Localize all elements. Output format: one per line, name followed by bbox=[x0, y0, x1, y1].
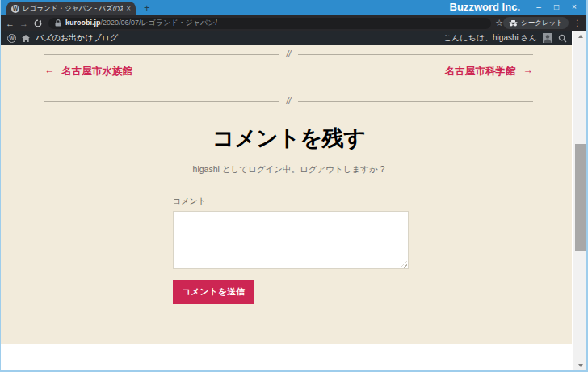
reload-icon[interactable] bbox=[31, 19, 44, 27]
minimize-button[interactable]: – bbox=[530, 1, 548, 14]
url-path: /2020/06/07/レゴランド・ジャパン/ bbox=[101, 19, 217, 27]
window-controls: – □ × bbox=[530, 1, 583, 14]
left-arrow-icon: ← bbox=[44, 65, 55, 78]
address-bar[interactable]: kuroobi.jp/2020/06/07/レゴランド・ジャパン/ bbox=[48, 18, 491, 29]
separator-slashes: // bbox=[287, 50, 292, 58]
separator-slashes: // bbox=[287, 97, 292, 105]
admin-bar-site-name[interactable]: バズのお出かけブログ bbox=[36, 32, 118, 44]
incognito-icon bbox=[509, 20, 518, 27]
prev-post-link[interactable]: ← 名古屋市水族館 bbox=[44, 65, 132, 78]
comment-textarea-wrap bbox=[173, 211, 409, 269]
maximize-button[interactable]: □ bbox=[548, 1, 565, 14]
submit-comment-button[interactable]: コメントを送信 bbox=[173, 280, 254, 304]
separator-line bbox=[298, 54, 533, 55]
post-navigation: ← 名古屋市水族館 名古屋市科学館 → bbox=[44, 65, 533, 78]
logged-in-status: higashi としてログイン中。ログアウトしますか ? bbox=[44, 164, 533, 175]
url-domain: kuroobi.jp bbox=[65, 19, 101, 27]
next-post-link[interactable]: 名古屋市科学館 → bbox=[445, 65, 533, 78]
admin-bar-greeting[interactable]: こんにちは、higashi さん bbox=[443, 32, 537, 44]
browser-tab[interactable]: W レゴランド・ジャパン - バズのお出かけブログ × bbox=[6, 2, 136, 15]
incognito-label: シークレット bbox=[521, 19, 563, 28]
page-content: // ← 名古屋市水族館 名古屋市科学館 → // コメントを残す higash… bbox=[1, 45, 572, 370]
bookmark-star-icon[interactable]: ☆ bbox=[495, 18, 503, 28]
comment-textarea[interactable] bbox=[173, 211, 409, 269]
wordpress-logo-icon[interactable]: W bbox=[7, 34, 16, 43]
right-arrow-icon: → bbox=[523, 65, 534, 78]
url-text: kuroobi.jp/2020/06/07/レゴランド・ジャパン/ bbox=[65, 18, 217, 28]
new-tab-button[interactable]: + bbox=[144, 2, 150, 13]
post-separator-top: // bbox=[44, 50, 533, 58]
browser-window: W レゴランド・ジャパン - バズのお出かけブログ × + Buzzword I… bbox=[0, 0, 588, 372]
comment-form: コメント コメントを送信 bbox=[173, 196, 409, 304]
post-separator-bottom: // bbox=[44, 97, 533, 105]
comment-section-title: コメントを残す bbox=[44, 124, 533, 153]
tab-title: レゴランド・ジャパン - バズのお出かけブログ bbox=[23, 4, 123, 14]
titlebar: W レゴランド・ジャパン - バズのお出かけブログ × + Buzzword I… bbox=[0, 0, 588, 15]
browser-menu-icon[interactable]: ⋮ bbox=[573, 19, 582, 27]
next-post-label: 名古屋市科学館 bbox=[445, 65, 516, 78]
lock-icon bbox=[55, 19, 61, 27]
back-icon[interactable]: ← bbox=[3, 19, 17, 28]
separator-line bbox=[44, 54, 279, 55]
wordpress-favicon-icon: W bbox=[11, 5, 19, 13]
user-avatar[interactable] bbox=[543, 33, 552, 43]
site-home-icon[interactable] bbox=[22, 35, 30, 42]
close-button[interactable]: × bbox=[565, 1, 583, 14]
forward-icon[interactable]: → bbox=[17, 19, 31, 28]
page-scrollbar[interactable] bbox=[573, 31, 587, 371]
incognito-badge: シークレット bbox=[503, 17, 569, 29]
separator-line bbox=[298, 101, 533, 102]
comment-field-label: コメント bbox=[173, 196, 409, 207]
browser-toolbar: ← → kuroobi.jp/2020/06/07/レゴランド・ジャパン/ ☆ … bbox=[0, 15, 588, 31]
search-icon[interactable] bbox=[558, 34, 567, 43]
scroll-up-icon[interactable] bbox=[573, 31, 587, 42]
wp-admin-bar: W バズのお出かけブログ こんにちは、higashi さん bbox=[1, 31, 572, 45]
scrollbar-thumb[interactable] bbox=[575, 144, 586, 251]
prev-post-label: 名古屋市水族館 bbox=[62, 65, 133, 78]
window-title: Buzzword Inc. bbox=[450, 1, 520, 13]
separator-line bbox=[44, 101, 279, 102]
tab-close-icon[interactable]: × bbox=[126, 5, 131, 13]
scroll-down-icon[interactable] bbox=[573, 360, 587, 371]
